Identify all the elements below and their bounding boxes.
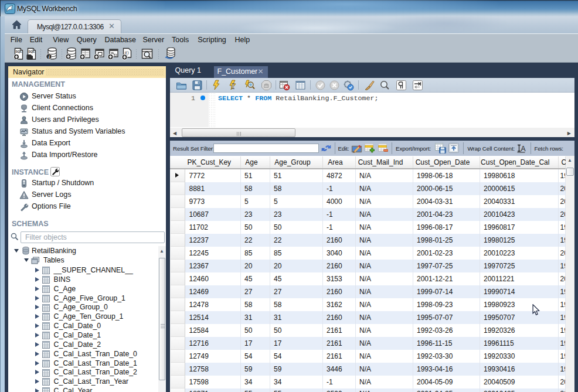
svg-text:A: A: [521, 145, 526, 153]
svg-text:SQL: SQL: [15, 50, 22, 53]
svg-text:SQL: SQL: [28, 50, 35, 53]
